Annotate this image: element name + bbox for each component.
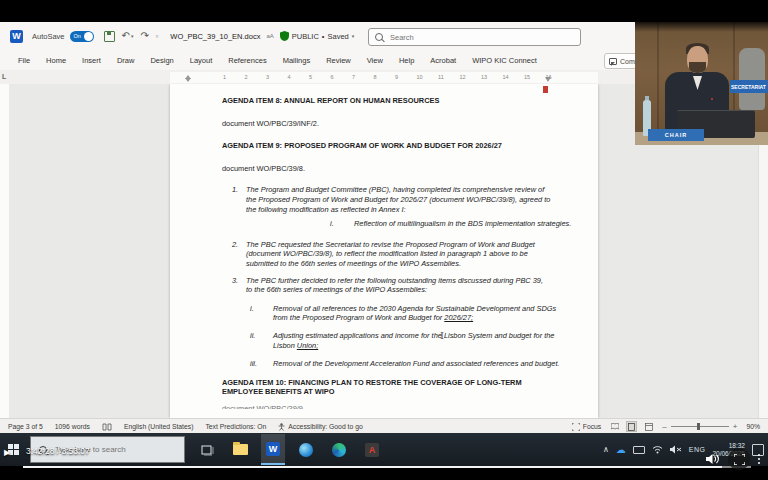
list-number: i. (330, 219, 354, 229)
qat-customize-icon[interactable]: ▿ (156, 33, 159, 39)
list-number: ii. (250, 331, 273, 350)
acrobat-button[interactable]: A (360, 435, 384, 464)
ruler-tick: 4 (288, 74, 291, 80)
focus-mode-button[interactable]: Focus (572, 423, 602, 431)
comment-icon (609, 58, 617, 65)
autosave-state: On (74, 33, 81, 39)
volume-button[interactable] (706, 453, 720, 465)
read-mode-button[interactable] (610, 422, 619, 431)
ruler-band: 12345678910111213141516 (170, 72, 598, 83)
tab-wipo-kic-connect[interactable]: WIPO KIC Connect (464, 51, 545, 70)
web-layout-button[interactable] (644, 422, 653, 431)
wifi-icon[interactable] (652, 445, 663, 454)
edge-icon (299, 443, 313, 457)
save-status: Saved (327, 32, 348, 41)
tab-view[interactable]: View (359, 51, 391, 70)
word-app-icon[interactable]: W (10, 30, 23, 43)
proofing-icon[interactable] (102, 423, 112, 431)
onedrive-icon[interactable]: ☁ (616, 444, 626, 455)
tab-draw[interactable]: Draw (109, 51, 143, 70)
ruler-tick: 12 (460, 74, 466, 80)
wall-panel-line (657, 22, 659, 145)
tab-review[interactable]: Review (318, 51, 359, 70)
tab-stop-selector[interactable]: L (2, 73, 6, 80)
ruler-tick: 11 (438, 74, 444, 80)
word-search-input[interactable] (388, 32, 552, 43)
lapel-pin (711, 98, 713, 100)
video-progress-played (23, 466, 722, 468)
ruler-tick: 8 (374, 74, 377, 80)
video-progress-bar[interactable] (23, 466, 751, 468)
browser-button-1[interactable] (294, 435, 318, 464)
dot-separator: • (322, 32, 325, 41)
sensitivity-icon[interactable]: aA (266, 33, 273, 39)
play-button[interactable]: ▶ (4, 448, 10, 457)
touch-keyboard-icon[interactable] (633, 446, 645, 454)
chair-nameplate: CHAIR (648, 129, 704, 141)
autosave-toggle[interactable]: On (70, 31, 94, 42)
sensitivity-save-status[interactable]: PUBLIC • Saved ▾ (280, 31, 355, 41)
tab-insert[interactable]: Insert (74, 51, 109, 70)
ruler-tick: 13 (481, 74, 487, 80)
video-time-display: 3:42:28 / 3:53:07 (26, 446, 90, 456)
tab-references[interactable]: References (220, 51, 274, 70)
tab-acrobat[interactable]: Acrobat (422, 51, 464, 70)
word-search-box[interactable] (368, 28, 581, 46)
chevron-down-icon: ▾ (352, 33, 355, 39)
sub-item-3-ii: ii. Adjusting estimated applications and… (170, 331, 598, 350)
undo-icon[interactable]: ↶ (122, 31, 130, 41)
windows-taskbar: W A ∧ ☁ ENG 18:32 20/06/2025 (0, 433, 768, 466)
file-explorer-button[interactable] (228, 435, 252, 464)
undo-dropdown-icon[interactable]: ▾ (131, 33, 134, 39)
redo-icon[interactable]: ↷ (140, 31, 148, 41)
more-options-button[interactable] (758, 454, 760, 464)
word-status-bar: Page 3 of 5 1096 words English (United S… (0, 418, 768, 434)
language-switcher[interactable]: ENG (689, 446, 706, 453)
zoom-knob[interactable] (697, 423, 700, 430)
word-icon: W (266, 442, 280, 456)
ruler-tick: 10 (417, 74, 423, 80)
task-view-icon (201, 444, 214, 456)
print-layout-button[interactable] (626, 421, 637, 432)
language-indicator[interactable]: English (United States) (124, 423, 194, 430)
save-icon[interactable] (104, 31, 115, 42)
tab-file[interactable]: File (10, 51, 38, 70)
zoom-track[interactable] (671, 426, 729, 427)
browser-button-2[interactable] (327, 435, 351, 464)
tracked-insertion: 2026/27; (444, 313, 473, 322)
heading-agenda-item-9: AGENDA ITEM 9: PROPOSED PROGRAM OF WORK … (222, 141, 532, 151)
text-predictions[interactable]: Text Predictions: On (205, 423, 266, 430)
edge-beta-icon (332, 443, 346, 457)
document-page[interactable]: AGENDA ITEM 8: ANNUAL REPORT ON HUMAN RE… (170, 84, 598, 418)
accessibility-icon (278, 423, 285, 431)
tab-home[interactable]: Home (38, 51, 74, 70)
tab-design[interactable]: Design (142, 51, 181, 70)
quick-access-toolbar: ↶ ▾ ↷ ▿ (104, 31, 159, 42)
zoom-out-button[interactable]: – (662, 422, 666, 431)
ruler-tick: 14 (503, 74, 509, 80)
task-view-button[interactable] (195, 435, 219, 464)
page-indicator[interactable]: Page 3 of 5 (8, 423, 43, 430)
sub-item-3-i: i. Removal of all references to the 2030… (170, 304, 598, 323)
tab-help[interactable]: Help (391, 51, 422, 70)
zoom-level[interactable]: 90% (746, 423, 760, 430)
fullscreen-button[interactable] (728, 448, 750, 470)
toggle-knob (84, 32, 93, 41)
paragraph-1: 1. The Program and Budget Committee (PBC… (170, 185, 598, 214)
document-title[interactable]: WO_PBC_39_10_EN.docx (170, 32, 260, 41)
zoom-in-button[interactable]: + (733, 422, 738, 431)
volume-muted-icon[interactable] (670, 445, 682, 454)
partial-doc-reference: document WO/PBC/39/9. (222, 404, 562, 409)
tab-layout[interactable]: Layout (182, 51, 221, 70)
word-count[interactable]: 1096 words (55, 423, 90, 430)
ruler-tick: 6 (331, 74, 334, 80)
ruler-tick: 9 (395, 74, 398, 80)
ruler-tick: 16 (546, 74, 552, 80)
shade (635, 22, 768, 32)
word-taskbar-button[interactable]: W (261, 434, 285, 465)
tray-chevron-icon[interactable]: ∧ (603, 446, 609, 454)
tab-mailings[interactable]: Mailings (275, 51, 319, 70)
heading-agenda-item-8: AGENDA ITEM 8: ANNUAL REPORT ON HUMAN RE… (222, 96, 532, 106)
accessibility-status[interactable]: Accessibility: Good to go (288, 423, 362, 430)
zoom-slider[interactable]: – + (662, 422, 737, 431)
